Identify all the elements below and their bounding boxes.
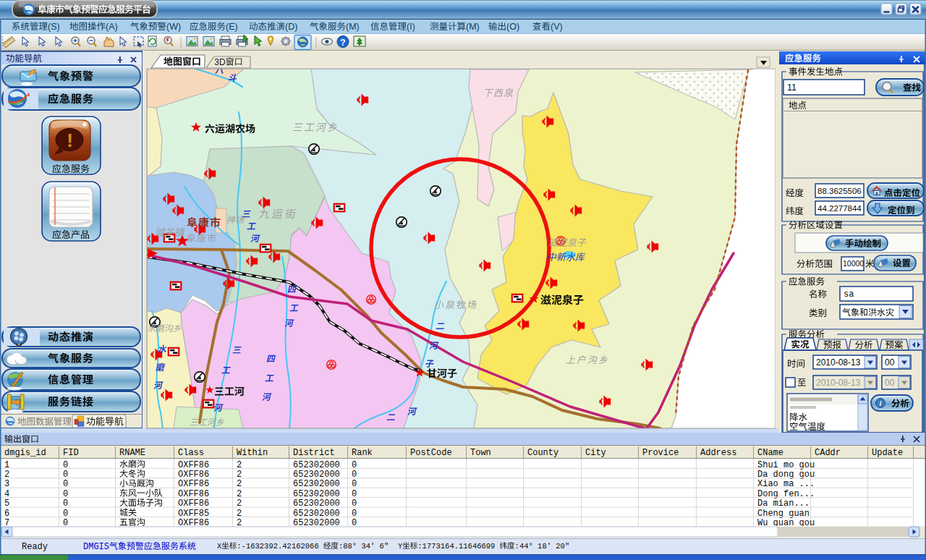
svg-text:(I): (I)	[407, 22, 415, 32]
svg-text:?: ?	[340, 38, 345, 48]
svg-text:i: i	[880, 399, 882, 407]
svg-text:88.3625506: 88.3625506	[817, 187, 862, 195]
svg-text:(E): (E)	[226, 22, 238, 32]
svg-text:10000: 10000	[843, 259, 864, 268]
svg-text:!: !	[67, 130, 73, 151]
svg-text:(W): (W)	[166, 22, 181, 32]
svg-text:Class: Class	[178, 448, 204, 458]
svg-text:Ready: Ready	[22, 542, 48, 552]
svg-text:Update: Update	[872, 448, 903, 458]
svg-text:11: 11	[787, 82, 797, 93]
svg-text:3D: 3D	[214, 57, 226, 67]
svg-text:dmgis_id: dmgis_id	[4, 448, 46, 458]
svg-text:RNAME: RNAME	[119, 448, 145, 458]
svg-text::-1632392.42162066: :-1632392.42162066	[237, 542, 318, 551]
svg-text:DMGIS: DMGIS	[83, 542, 109, 552]
svg-text:(M): (M)	[346, 22, 360, 32]
svg-text:Provice: Provice	[642, 448, 679, 458]
svg-text:CAddr: CAddr	[815, 448, 841, 458]
svg-text:(M): (M)	[466, 22, 480, 32]
svg-text:(O): (O)	[506, 22, 519, 32]
svg-text:44.2277844: 44.2277844	[817, 204, 862, 213]
svg-text:FID: FID	[63, 448, 79, 458]
svg-text:PostCode: PostCode	[410, 448, 452, 458]
svg-text:(V): (V)	[551, 22, 563, 32]
svg-text:CName: CName	[757, 448, 783, 458]
svg-text:City: City	[585, 448, 606, 458]
svg-text:(A): (A)	[106, 22, 118, 32]
svg-text:(D): (D)	[285, 22, 297, 32]
svg-text:2010-08-13: 2010-08-13	[816, 357, 861, 368]
svg-text:00: 00	[885, 378, 895, 388]
svg-text::44° 18' 20": :44° 18' 20"	[515, 542, 570, 551]
svg-text:Y: Y	[398, 542, 403, 551]
svg-text:sa: sa	[844, 289, 854, 300]
svg-text:2010-08-13: 2010-08-13	[816, 378, 861, 388]
svg-text:Address: Address	[700, 448, 736, 458]
svg-text:Within: Within	[237, 448, 268, 458]
svg-text:00: 00	[885, 357, 895, 368]
svg-text:County: County	[527, 448, 558, 458]
svg-text::88° 34' 6": :88° 34' 6"	[339, 542, 388, 551]
svg-text::1773164.11646699: :1773164.11646699	[417, 542, 495, 551]
svg-text:(S): (S)	[48, 22, 60, 32]
svg-text:Town: Town	[470, 448, 491, 458]
svg-text:District: District	[293, 448, 335, 458]
svg-text:Rank: Rank	[352, 448, 373, 458]
svg-text:X: X	[217, 542, 222, 551]
